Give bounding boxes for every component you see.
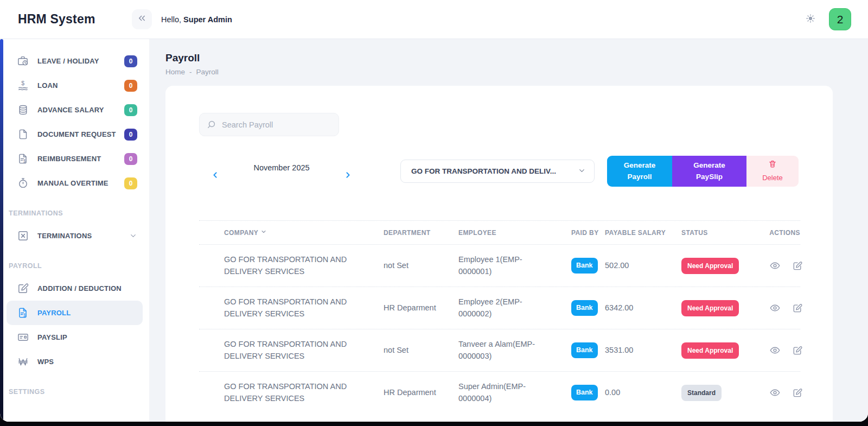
company-cell: GO FOR TRANSPORTATION AND DELIVERY SERVI… bbox=[224, 254, 384, 278]
sidebar-item-payroll[interactable]: $ PAYROLL bbox=[7, 301, 143, 325]
status-badge: Standard bbox=[681, 385, 722, 401]
paid-by-badge: Bank bbox=[571, 342, 598, 358]
view-eye-icon[interactable] bbox=[769, 387, 781, 398]
app-logo: HRM System bbox=[0, 12, 132, 27]
company-cell: GO FOR TRANSPORTATION AND DELIVERY SERVI… bbox=[224, 339, 384, 363]
breadcrumb-current: Payroll bbox=[196, 68, 219, 76]
sidebar-item-label: PAYROLL bbox=[37, 309, 137, 317]
edit-pencil-icon[interactable] bbox=[792, 345, 803, 356]
sidebar-scrollbar[interactable] bbox=[0, 39, 3, 422]
sidebar-item-label: PAYSLIP bbox=[37, 333, 137, 341]
column-header-company[interactable]: COMPANY bbox=[224, 228, 384, 237]
payroll-card: November 2025 GO FOR TRANSPORTATION AND … bbox=[165, 86, 833, 422]
page-title: Payroll bbox=[165, 52, 833, 64]
employee-cell: Super Admin(EMP-0000004) bbox=[458, 381, 571, 405]
table-row: GO FOR TRANSPORTATION AND DELIVERY SERVI… bbox=[199, 329, 800, 371]
chevron-down-icon bbox=[578, 167, 586, 176]
status-badge: Need Approval bbox=[681, 300, 739, 316]
count-badge: 0 bbox=[124, 153, 137, 165]
search-input[interactable] bbox=[199, 113, 339, 136]
sidebar-item-label: ADDITION / DEDUCTION bbox=[37, 284, 137, 293]
count-badge: 0 bbox=[124, 80, 137, 92]
sidebar-item-label: WPS bbox=[37, 358, 137, 366]
document-dollar-icon: $ bbox=[17, 152, 29, 165]
edit-pencil-icon[interactable] bbox=[792, 260, 803, 271]
current-month-label: November 2025 bbox=[220, 163, 343, 172]
delete-button[interactable]: Delete bbox=[746, 156, 799, 187]
section-header-payroll: PAYROLL bbox=[0, 248, 149, 276]
column-header-paid-by: PAID BY bbox=[571, 229, 605, 237]
generate-payslip-button[interactable]: Generate PaySlip bbox=[672, 156, 746, 187]
sidebar-item-terminations[interactable]: TERMINATIONS bbox=[0, 224, 149, 248]
employee-cell: Employee 1(EMP-0000001) bbox=[458, 254, 571, 278]
table-row: GO FOR TRANSPORTATION AND DELIVERY SERVI… bbox=[199, 287, 800, 329]
view-eye-icon[interactable] bbox=[769, 260, 781, 271]
column-header-department: DEPARTMENT bbox=[384, 229, 458, 237]
x-square-icon bbox=[17, 230, 29, 242]
company-select[interactable]: GO FOR TRANSPORTATION AND DELIV... bbox=[400, 160, 595, 183]
notification-count-badge[interactable]: 2 bbox=[829, 8, 851, 30]
actions-cell bbox=[769, 345, 803, 356]
payroll-table: COMPANY DEPARTMENT EMPLOYEE PAID BY PAYA… bbox=[199, 220, 800, 414]
sidebar-item-reimbursement[interactable]: $ REIMBURSEMENT 0 bbox=[0, 147, 149, 171]
count-badge: 0 bbox=[124, 177, 137, 189]
payable-salary-cell: 6342.00 bbox=[605, 302, 681, 314]
department-cell: HR Deparment bbox=[384, 302, 458, 314]
company-select-value: GO FOR TRANSPORTATION AND DELIV... bbox=[411, 167, 556, 175]
edit-pencil-icon[interactable] bbox=[792, 387, 803, 398]
theme-toggle-button[interactable] bbox=[806, 14, 815, 26]
view-eye-icon[interactable] bbox=[769, 302, 781, 314]
edit-pencil-icon[interactable] bbox=[792, 303, 803, 314]
chevron-down-icon bbox=[129, 232, 137, 240]
column-header-employee: EMPLOYEE bbox=[458, 229, 571, 237]
trash-icon bbox=[768, 160, 777, 171]
svg-text:$: $ bbox=[23, 313, 26, 318]
sidebar-item-manual-overtime[interactable]: MANUAL OVERTIME 0 bbox=[0, 171, 149, 195]
table-row: GO FOR TRANSPORTATION AND DELIVERY SERVI… bbox=[199, 371, 800, 414]
stopwatch-icon bbox=[17, 177, 29, 189]
sidebar: LEAVE / HOLIDAY 0 $ LOAN 0 ADVANCE SALAR… bbox=[0, 39, 149, 422]
actions-cell bbox=[769, 302, 803, 314]
top-header: HRM System Hello, Super Admin 2 bbox=[0, 0, 868, 39]
sidebar-item-payslip[interactable]: PAYSLIP bbox=[0, 325, 149, 349]
sidebar-collapse-button[interactable] bbox=[132, 9, 152, 29]
sidebar-item-advance-salary[interactable]: ADVANCE SALARY 0 bbox=[0, 98, 149, 122]
column-header-status: STATUS bbox=[681, 229, 769, 237]
count-badge: 0 bbox=[124, 104, 137, 116]
paid-by-badge: Bank bbox=[571, 258, 598, 274]
view-eye-icon[interactable] bbox=[769, 345, 781, 356]
sun-icon bbox=[806, 14, 815, 26]
employee-cell: Employee 2(EMP-0000002) bbox=[458, 296, 571, 320]
company-cell: GO FOR TRANSPORTATION AND DELIVERY SERVI… bbox=[224, 296, 384, 320]
sort-chevron-icon bbox=[260, 228, 267, 237]
next-month-button[interactable] bbox=[343, 170, 353, 180]
breadcrumb-home[interactable]: Home bbox=[165, 68, 185, 76]
payroll-actions-group: Generate Payroll Generate PaySlip Delete bbox=[607, 156, 799, 187]
main-content: Payroll Home - Payroll bbox=[149, 39, 868, 422]
sidebar-item-addition-deduction[interactable]: ADDITION / DEDUCTION bbox=[0, 276, 149, 301]
sidebar-item-wps[interactable]: WPS bbox=[0, 349, 149, 374]
department-cell: HR Deparment bbox=[384, 387, 458, 399]
sidebar-item-loan[interactable]: $ LOAN 0 bbox=[0, 73, 149, 98]
company-cell: GO FOR TRANSPORTATION AND DELIVERY SERVI… bbox=[224, 381, 384, 405]
breadcrumb-separator: - bbox=[189, 68, 192, 76]
sidebar-item-label: TERMINATIONS bbox=[37, 232, 129, 240]
greeting-username: Super Admin bbox=[183, 15, 232, 24]
previous-month-button[interactable] bbox=[210, 170, 220, 180]
count-badge: 0 bbox=[124, 129, 137, 141]
table-row: GO FOR TRANSPORTATION AND DELIVERY SERVI… bbox=[199, 244, 800, 287]
won-icon bbox=[17, 355, 29, 368]
actions-cell bbox=[769, 260, 803, 271]
sidebar-item-document-request[interactable]: DOCUMENT REQUEST 0 bbox=[0, 122, 149, 147]
payable-salary-cell: 0.00 bbox=[605, 387, 681, 399]
greeting-text: Hello, Super Admin bbox=[161, 15, 232, 24]
search-icon bbox=[206, 119, 216, 132]
hand-dollar-icon: $ bbox=[17, 79, 29, 92]
breadcrumb: Home - Payroll bbox=[165, 68, 833, 76]
briefcase-clock-icon bbox=[17, 55, 29, 67]
sidebar-item-leave-holiday[interactable]: LEAVE / HOLIDAY 0 bbox=[0, 49, 149, 73]
department-cell: not Set bbox=[384, 260, 458, 272]
sidebar-item-label: ADVANCE SALARY bbox=[37, 106, 124, 114]
generate-payroll-button[interactable]: Generate Payroll bbox=[607, 156, 672, 187]
status-badge: Need Approval bbox=[681, 258, 739, 274]
